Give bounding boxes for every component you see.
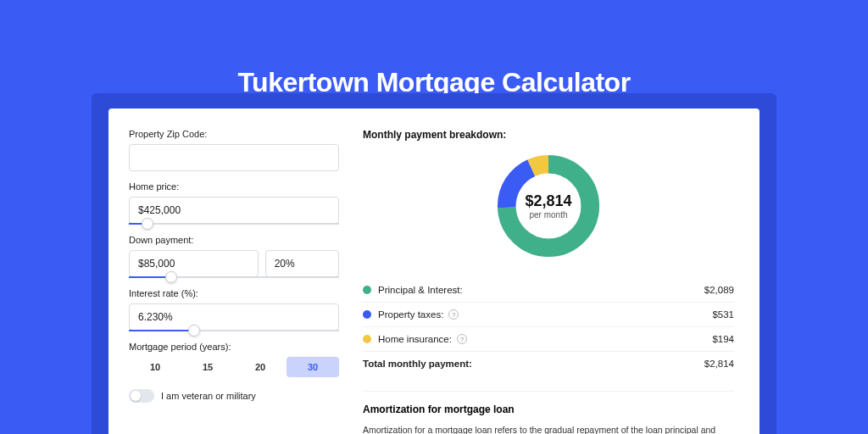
breakdown-row: Property taxes:?$531 <box>363 302 734 326</box>
help-icon[interactable]: ? <box>448 309 459 320</box>
slider-handle-icon[interactable] <box>142 218 153 230</box>
veteran-row: I am veteran or military <box>129 389 339 403</box>
breakdown-label: Home insurance:? <box>378 334 712 344</box>
interest-label: Interest rate (%): <box>129 288 339 298</box>
breakdown-value: $531 <box>712 309 734 320</box>
period-option-30[interactable]: 30 <box>287 357 339 377</box>
home-price-input[interactable] <box>129 197 339 224</box>
slider-handle-icon[interactable] <box>188 325 200 337</box>
calculator-panel: Property Zip Code: Home price: Down paym… <box>108 108 760 434</box>
period-option-10[interactable]: 10 <box>129 357 181 377</box>
veteran-label: I am veteran or military <box>161 391 256 401</box>
breakdown-column: Monthly payment breakdown: $2,814 per mo… <box>363 129 734 434</box>
zip-input[interactable] <box>129 144 339 171</box>
breakdown-title: Monthly payment breakdown: <box>363 129 734 141</box>
field-home-price: Home price: <box>129 181 339 225</box>
field-period: Mortgage period (years): 10152030 <box>129 342 339 377</box>
donut-sub: per month <box>529 210 567 220</box>
breakdown-label: Property taxes:? <box>378 309 712 320</box>
down-payment-label: Down payment: <box>129 235 339 245</box>
slider-handle-icon[interactable] <box>165 271 177 283</box>
breakdown-value: $194 <box>712 334 734 344</box>
breakdown-row: Principal & Interest:$2,089 <box>363 278 734 302</box>
donut-amount: $2,814 <box>525 192 571 210</box>
toggle-knob-icon <box>131 391 141 401</box>
total-label: Total monthly payment: <box>363 359 704 369</box>
form-column: Property Zip Code: Home price: Down paym… <box>129 129 339 434</box>
interest-slider[interactable] <box>129 330 339 331</box>
breakdown-label: Principal & Interest: <box>378 285 704 295</box>
down-payment-slider[interactable] <box>129 276 339 278</box>
field-down-payment: Down payment: <box>129 235 339 278</box>
legend-dot-icon <box>363 310 371 319</box>
legend-dot-icon <box>363 335 371 343</box>
home-price-slider[interactable] <box>129 223 339 225</box>
breakdown-rows: Principal & Interest:$2,089Property taxe… <box>363 278 734 351</box>
breakdown-total-row: Total monthly payment: $2,814 <box>363 351 734 376</box>
breakdown-row: Home insurance:?$194 <box>363 326 734 351</box>
legend-dot-icon <box>363 286 371 294</box>
hero: Tukertown Mortgage Calculator <box>0 0 868 108</box>
period-option-20[interactable]: 20 <box>234 357 287 377</box>
veteran-toggle[interactable] <box>129 389 154 403</box>
amort-text: Amortization for a mortgage loan refers … <box>363 424 734 434</box>
donut-center: $2,814 per month <box>493 151 604 261</box>
period-options: 10152030 <box>129 357 339 377</box>
period-option-15[interactable]: 15 <box>181 357 234 377</box>
field-interest: Interest rate (%): <box>129 288 339 331</box>
home-price-label: Home price: <box>129 181 339 192</box>
breakdown-value: $2,089 <box>704 285 734 295</box>
period-label: Mortgage period (years): <box>129 342 339 352</box>
zip-label: Property Zip Code: <box>129 129 339 139</box>
donut-chart-wrap: $2,814 per month <box>363 151 734 261</box>
amort-title: Amortization for mortgage loan <box>363 403 734 415</box>
field-zip: Property Zip Code: <box>129 129 339 171</box>
down-payment-input[interactable] <box>129 250 259 277</box>
amortization-card: Amortization for mortgage loan Amortizat… <box>363 391 734 434</box>
total-value: $2,814 <box>704 359 734 369</box>
down-payment-pct-input[interactable] <box>265 250 339 277</box>
interest-input[interactable] <box>129 303 339 331</box>
donut-chart: $2,814 per month <box>493 151 604 261</box>
help-icon[interactable]: ? <box>457 334 467 344</box>
